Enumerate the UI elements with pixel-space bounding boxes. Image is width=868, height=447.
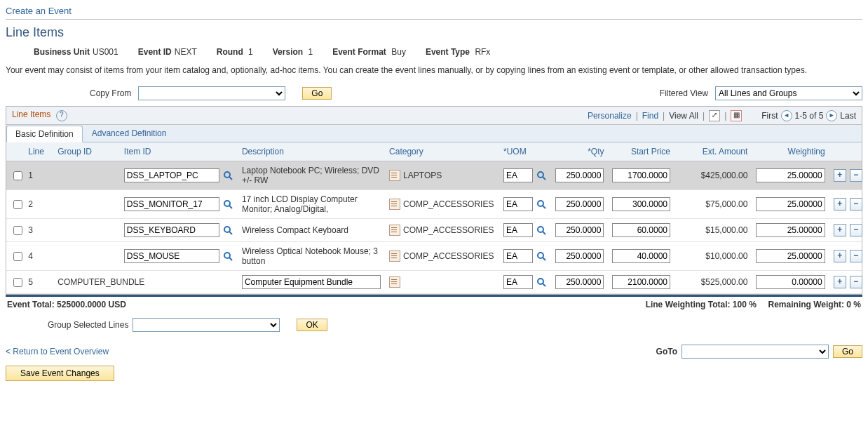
groupid-text — [53, 190, 120, 219]
category-icon[interactable] — [389, 170, 400, 181]
startprice-input[interactable] — [612, 275, 670, 289]
extamount-text: $15,000.00 — [674, 219, 752, 242]
row-checkbox[interactable] — [13, 226, 22, 235]
help-icon[interactable]: ? — [56, 110, 67, 121]
col-uom[interactable]: *UOM — [499, 142, 551, 161]
prev-icon[interactable]: ◄ — [781, 110, 792, 121]
svg-point-0 — [224, 172, 230, 178]
tab-basic-definition[interactable]: Basic Definition — [6, 126, 83, 142]
startprice-input[interactable] — [612, 168, 670, 182]
category-icon[interactable] — [389, 251, 400, 262]
category-icon[interactable] — [389, 225, 400, 236]
weighting-input[interactable] — [756, 168, 825, 182]
uom-input[interactable] — [503, 168, 533, 182]
itemid-input[interactable] — [124, 249, 219, 263]
lookup-icon[interactable] — [222, 225, 233, 236]
startprice-input[interactable] — [612, 223, 670, 237]
delete-row-button[interactable]: − — [850, 276, 862, 288]
lookup-icon[interactable] — [222, 170, 233, 181]
uom-input[interactable] — [503, 223, 533, 237]
col-groupid[interactable]: Group ID — [53, 142, 120, 161]
lookup-icon[interactable] — [222, 251, 233, 262]
group-ok-button[interactable]: OK — [297, 319, 327, 331]
copyfrom-go-button[interactable]: Go — [302, 87, 332, 100]
create-event-link[interactable]: Create an Event — [6, 6, 72, 16]
col-itemid[interactable]: Item ID — [120, 142, 238, 161]
svg-line-11 — [543, 232, 545, 234]
goto-select[interactable] — [681, 345, 829, 359]
tab-strip: Basic Definition Advanced Definition — [6, 125, 862, 142]
delete-row-button[interactable]: − — [850, 198, 862, 211]
startprice-input[interactable] — [612, 197, 670, 211]
controls-row: Copy From Go Filtered View All Lines and… — [6, 86, 862, 100]
lookup-icon[interactable] — [536, 199, 547, 210]
save-event-button[interactable]: Save Event Changes — [6, 366, 114, 381]
eventformat-label: Event Format — [332, 47, 386, 57]
itemid-input[interactable] — [124, 197, 219, 211]
weighting-input[interactable] — [756, 249, 825, 263]
group-selected-select[interactable] — [133, 318, 280, 332]
category-text: COMP_ACCESSORIES — [403, 199, 494, 209]
extamount-text: $75,000.00 — [674, 190, 752, 219]
add-row-button[interactable]: + — [834, 224, 846, 236]
col-description[interactable]: Description — [238, 142, 385, 161]
col-extamount[interactable]: Ext. Amount — [674, 142, 752, 161]
line-number: 2 — [24, 190, 53, 219]
delete-row-button[interactable]: − — [850, 169, 862, 182]
add-row-button[interactable]: + — [834, 198, 846, 211]
goto-button[interactable]: Go — [833, 345, 862, 358]
personalize-link[interactable]: Personalize — [588, 111, 632, 121]
weighting-input[interactable] — [756, 275, 825, 289]
delete-row-button[interactable]: − — [850, 224, 862, 236]
row-checkbox[interactable] — [13, 200, 22, 209]
uom-input[interactable] — [503, 275, 533, 289]
lookup-icon[interactable] — [536, 276, 547, 288]
qty-input[interactable] — [555, 275, 604, 289]
startprice-input[interactable] — [612, 249, 670, 263]
description-input[interactable] — [242, 275, 381, 289]
weighting-input[interactable] — [756, 197, 825, 211]
line-number: 1 — [24, 161, 53, 190]
description-text: 17 inch LCD Display Computer Monitor; An… — [242, 194, 358, 214]
delete-row-button[interactable]: − — [850, 250, 862, 262]
col-category[interactable]: Category — [385, 142, 499, 161]
uom-input[interactable] — [503, 197, 533, 211]
qty-input[interactable] — [555, 223, 604, 237]
lookup-icon[interactable] — [536, 251, 547, 262]
row-checkbox[interactable] — [13, 278, 22, 287]
add-row-button[interactable]: + — [834, 276, 846, 288]
itemid-input[interactable] — [124, 223, 219, 237]
qty-input[interactable] — [555, 168, 604, 182]
qty-input[interactable] — [555, 249, 604, 263]
category-icon[interactable] — [389, 199, 400, 210]
row-checkbox[interactable] — [13, 171, 22, 180]
find-link[interactable]: Find — [642, 111, 658, 121]
download-icon[interactable]: ▦ — [731, 110, 742, 121]
tab-advanced-definition[interactable]: Advanced Definition — [83, 125, 176, 142]
weighting-input[interactable] — [756, 223, 825, 237]
return-link[interactable]: < Return to Event Overview — [6, 347, 109, 356]
col-line[interactable]: Line — [24, 142, 53, 161]
category-icon[interactable] — [389, 276, 400, 288]
row-checkbox[interactable] — [13, 252, 22, 261]
uom-input[interactable] — [503, 249, 533, 263]
qty-input[interactable] — [555, 197, 604, 211]
lookup-icon[interactable] — [222, 199, 233, 210]
zoom-icon[interactable]: ⤢ — [709, 110, 720, 121]
filteredview-select[interactable]: All Lines and Groups — [715, 86, 862, 100]
round-label: Round — [217, 47, 243, 57]
lookup-icon[interactable] — [536, 170, 547, 181]
viewall-link[interactable]: View All — [669, 111, 698, 121]
add-row-button[interactable]: + — [834, 169, 846, 182]
copyfrom-select[interactable] — [138, 86, 285, 100]
col-qty[interactable]: *Qty — [551, 142, 609, 161]
range-label: 1-5 of 5 — [795, 111, 824, 121]
lookup-icon[interactable] — [536, 225, 547, 236]
col-del — [846, 142, 862, 161]
itemid-input[interactable] — [124, 168, 219, 182]
col-startprice[interactable]: Start Price — [608, 142, 674, 161]
col-weighting[interactable]: Weighting — [752, 142, 829, 161]
add-row-button[interactable]: + — [834, 250, 846, 262]
event-total: Event Total: 525000.0000 USD — [7, 300, 126, 309]
next-icon[interactable]: ► — [826, 110, 837, 121]
